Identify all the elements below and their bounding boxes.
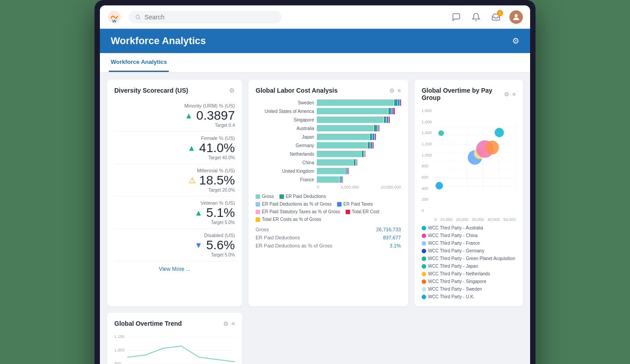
avatar[interactable] xyxy=(509,10,523,24)
svg-point-24 xyxy=(436,182,443,189)
female-label: Female % (US) xyxy=(201,135,235,141)
millennial-trend-icon: ⚠ xyxy=(189,175,196,185)
device-frame: W xyxy=(94,0,536,364)
female-value: 41.0% xyxy=(199,141,235,155)
trend-y-axis: 1,100 1,000 900 xyxy=(114,333,125,364)
labor-card-title: Global Labor Cost Analysis xyxy=(256,87,338,94)
minority-trend-icon: ▲ xyxy=(185,111,193,121)
bell-icon[interactable] xyxy=(470,11,482,23)
trend-chart-area: 1,100 1,000 900 xyxy=(114,333,235,364)
svg-point-4 xyxy=(515,14,518,17)
bar-segments xyxy=(317,176,401,183)
bar-segments xyxy=(317,168,401,174)
svg-text:W: W xyxy=(112,18,117,23)
search-bar[interactable] xyxy=(129,11,282,23)
inbox-badge: 1 xyxy=(497,10,503,16)
tab-workforce-analytics[interactable]: Workforce Analytics xyxy=(109,53,169,72)
veteran-label: Veteran % (US) xyxy=(201,200,235,206)
view-more-link[interactable]: View More ... xyxy=(114,261,235,272)
trend-filter-icon[interactable]: ⚙ xyxy=(223,320,229,327)
labor-bar-chart: SwedenUnited States of AmericaSingaporeA… xyxy=(256,99,401,250)
bar-segments xyxy=(317,99,401,106)
bar-row: Australia xyxy=(256,125,401,131)
card-header-trend: Global Overtime Trend ⚙ ≡ xyxy=(114,320,235,327)
bar-country-label: Japan xyxy=(256,135,314,139)
score-item-veteran: Veteran % (US) ▲ 5.1% Target 5.0% xyxy=(114,197,235,229)
minority-label: Minority (URM) % (US) xyxy=(184,103,235,108)
score-item-female: Female % (US) ▲ 41.0% Target 40.0% xyxy=(114,132,235,164)
nav-icons: 1 xyxy=(450,10,523,24)
overtime-pg-x-axis: 010,00020,00030,00040,00050,000 xyxy=(434,216,516,222)
bar-segments xyxy=(317,108,401,114)
card-header-diversity: Diversity Scorecard (US) ⚙ xyxy=(114,87,235,94)
overtime-pg-y-axis: 1,8001,6001,4001,2001,0008006004002000 xyxy=(422,107,432,222)
bar-country-label: China xyxy=(256,160,314,165)
page-header: Workforce Analytics ⚙ xyxy=(100,29,530,53)
minority-value: 0.3897 xyxy=(196,108,235,123)
disabled-label: Disabled (US) xyxy=(204,233,235,238)
diversity-card-title: Diversity Scorecard (US) xyxy=(114,87,188,94)
veteran-trend-icon: ▲ xyxy=(194,208,202,218)
bar-country-label: United Kingdom xyxy=(256,169,314,174)
diversity-card-gear[interactable]: ⚙ xyxy=(229,87,235,94)
trend-settings-icon[interactable]: ≡ xyxy=(231,320,235,327)
bar-country-label: Germany xyxy=(256,143,314,148)
bar-country-label: Netherlands xyxy=(256,152,314,157)
trend-card-actions: ⚙ ≡ xyxy=(223,320,235,327)
trend-plot xyxy=(127,333,235,364)
bar-segments xyxy=(317,117,401,123)
stat-er-value: 837,677 xyxy=(383,235,401,240)
bar-row: United Kingdom xyxy=(256,168,401,174)
bar-row: United States of America xyxy=(256,108,401,114)
bar-country-label: France xyxy=(256,177,314,182)
bar-country-label: United States of America xyxy=(256,109,314,114)
score-item-disabled: Disabled (US) ▼ 5.6% Target 5.0% xyxy=(114,229,235,261)
bar-row: Germany xyxy=(256,142,401,148)
millennial-value: 18.5% xyxy=(199,173,235,188)
card-header-labor: Global Labor Cost Analysis ⚙ ≡ xyxy=(256,87,401,94)
overtime-trend-card: Global Overtime Trend ⚙ ≡ 1,100 1,000 90… xyxy=(107,313,242,364)
disabled-target: Target 5.0% xyxy=(211,252,235,257)
bubble-chart-svg xyxy=(434,107,516,215)
bar-row: Netherlands xyxy=(256,151,401,157)
search-input[interactable] xyxy=(144,13,275,21)
overtime-pg-chart-area: 1,8001,6001,4001,2001,0008006004002000 xyxy=(422,107,516,222)
female-target: Target 40.0% xyxy=(208,155,235,160)
search-icon xyxy=(135,14,141,20)
stat-gross-label: Gross xyxy=(256,227,269,232)
overtime-pg-filter-icon[interactable]: ⚙ xyxy=(504,91,509,98)
score-item-minority: Minority (URM) % (US) ▲ 0.3897 Target 0.… xyxy=(114,99,235,132)
labor-legend: Gross ER Paid Deductions ER Paid Deducti… xyxy=(256,194,401,222)
trend-card-title: Global Overtime Trend xyxy=(114,320,182,327)
overtime-pg-settings-icon[interactable]: ≡ xyxy=(512,91,516,98)
svg-line-3 xyxy=(139,18,140,19)
svg-point-22 xyxy=(486,141,500,155)
labor-bottom-stats: Gross 26,716,733 ER Paid Deductions 837,… xyxy=(256,225,401,250)
bar-row: France xyxy=(256,176,401,183)
score-item-millennial: Millennial % (US) ⚠ 18.5% Target 20.0% xyxy=(114,164,235,197)
bar-segments xyxy=(317,134,401,140)
bar-row: Sweden xyxy=(256,99,401,106)
disabled-trend-icon: ▼ xyxy=(194,241,202,250)
logo-area: W xyxy=(107,10,122,24)
labor-x-axis: 05,000,00010,000,000 xyxy=(256,185,401,189)
screen: W xyxy=(100,5,530,364)
chat-icon[interactable] xyxy=(450,11,463,23)
svg-point-18 xyxy=(438,130,444,136)
labor-filter-icon[interactable]: ⚙ xyxy=(389,87,395,94)
svg-point-2 xyxy=(136,15,140,18)
card-header-overtime-pg: Global Overtime by Pay Group ⚙ ≡ xyxy=(422,87,516,101)
bar-country-label: Singapore xyxy=(256,117,314,122)
bar-country-label: Australia xyxy=(256,126,314,131)
bar-row: Singapore xyxy=(256,117,401,123)
page-title: Workforce Analytics xyxy=(111,35,206,47)
stat-er-pct-value: 3.1% xyxy=(390,243,401,248)
bar-segments xyxy=(317,151,401,157)
overtime-pg-legend: WCC Third Party - Australia WCC Third Pa… xyxy=(422,225,516,299)
inbox-icon[interactable]: 1 xyxy=(490,11,502,23)
bar-segments xyxy=(317,159,401,166)
labor-cost-card: Global Labor Cost Analysis ⚙ ≡ SwedenUni… xyxy=(248,80,408,306)
overtime-paygroup-card: Global Overtime by Pay Group ⚙ ≡ 1,8001,… xyxy=(414,80,523,306)
labor-settings-icon[interactable]: ≡ xyxy=(397,87,401,94)
settings-icon[interactable]: ⚙ xyxy=(512,36,519,46)
